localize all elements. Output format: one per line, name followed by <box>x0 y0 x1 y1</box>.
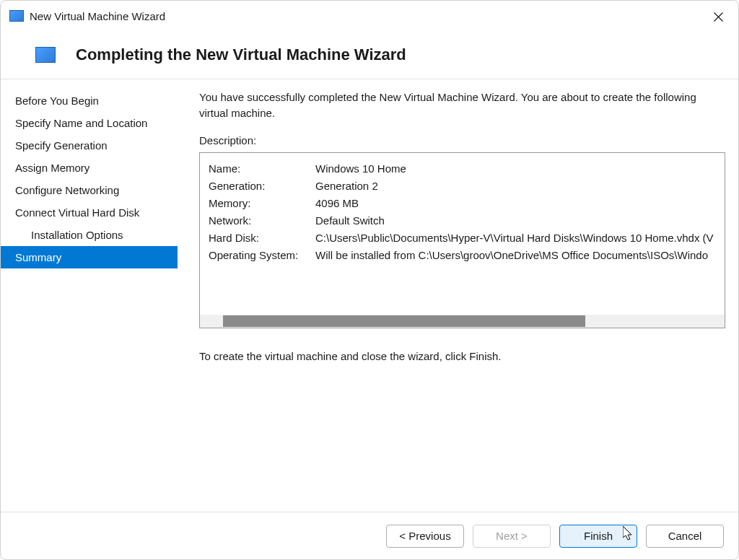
sidebar-item-configure-networking[interactable]: Configure Networking <box>1 179 178 201</box>
desc-row-generation: Generation: Generation 2 <box>209 178 716 195</box>
desc-value: Default Switch <box>315 212 385 229</box>
wizard-icon <box>35 47 56 63</box>
desc-label: Memory: <box>209 195 315 212</box>
desc-row-os: Operating System: Will be installed from… <box>209 247 716 264</box>
app-icon <box>9 10 24 22</box>
page-title: Completing the New Virtual Machine Wizar… <box>76 45 406 64</box>
sidebar-item-assign-memory[interactable]: Assign Memory <box>1 157 178 179</box>
desc-label: Name: <box>209 160 315 178</box>
sidebar-item-installation-options[interactable]: Installation Options <box>1 224 178 246</box>
desc-row-hard-disk: Hard Disk: C:\Users\Public\Documents\Hyp… <box>209 229 716 247</box>
finish-instruction: To create the virtual machine and close … <box>199 350 725 362</box>
finish-button[interactable]: Finish <box>559 525 637 548</box>
description-box: Name: Windows 10 Home Generation: Genera… <box>199 152 725 328</box>
footer-bar: < Previous Next > Finish Cancel <box>1 512 738 559</box>
desc-label: Hard Disk: <box>209 229 315 247</box>
horizontal-scrollbar[interactable] <box>200 315 725 328</box>
desc-row-network: Network: Default Switch <box>209 212 716 229</box>
desc-label: Network: <box>209 212 315 229</box>
header-section: Completing the New Virtual Machine Wizar… <box>1 31 738 79</box>
description-content: Name: Windows 10 Home Generation: Genera… <box>200 153 725 271</box>
intro-text: You have successfully completed the New … <box>199 89 725 121</box>
desc-row-name: Name: Windows 10 Home <box>209 160 716 178</box>
sidebar-item-before-you-begin[interactable]: Before You Begin <box>1 89 178 112</box>
desc-label: Operating System: <box>209 247 315 264</box>
close-button[interactable] <box>707 6 730 27</box>
sidebar-item-summary[interactable]: Summary <box>1 246 178 268</box>
description-label: Description: <box>199 134 725 146</box>
content-row: Before You Begin Specify Name and Locati… <box>1 79 738 476</box>
sidebar-item-connect-hard-disk[interactable]: Connect Virtual Hard Disk <box>1 201 178 224</box>
sidebar-item-specify-name[interactable]: Specify Name and Location <box>1 112 178 134</box>
desc-value: Windows 10 Home <box>315 160 406 178</box>
close-icon <box>714 12 723 22</box>
desc-value: C:\Users\Public\Documents\Hyper-V\Virtua… <box>315 229 714 247</box>
cancel-button[interactable]: Cancel <box>646 525 724 548</box>
previous-button[interactable]: < Previous <box>386 525 464 548</box>
title-bar: New Virtual Machine Wizard <box>1 1 738 31</box>
next-button: Next > <box>473 525 551 548</box>
desc-label: Generation: <box>209 178 315 195</box>
desc-value: Generation 2 <box>315 178 378 195</box>
scrollbar-thumb[interactable] <box>223 315 585 327</box>
window-title: New Virtual Machine Wizard <box>30 10 165 22</box>
sidebar-item-specify-generation[interactable]: Specify Generation <box>1 134 178 157</box>
desc-value: 4096 MB <box>315 195 359 212</box>
desc-row-memory: Memory: 4096 MB <box>209 195 716 212</box>
desc-value: Will be installed from C:\Users\groov\On… <box>315 247 708 264</box>
wizard-step-sidebar: Before You Begin Specify Name and Locati… <box>1 79 178 476</box>
main-content: You have successfully completed the New … <box>178 79 738 476</box>
